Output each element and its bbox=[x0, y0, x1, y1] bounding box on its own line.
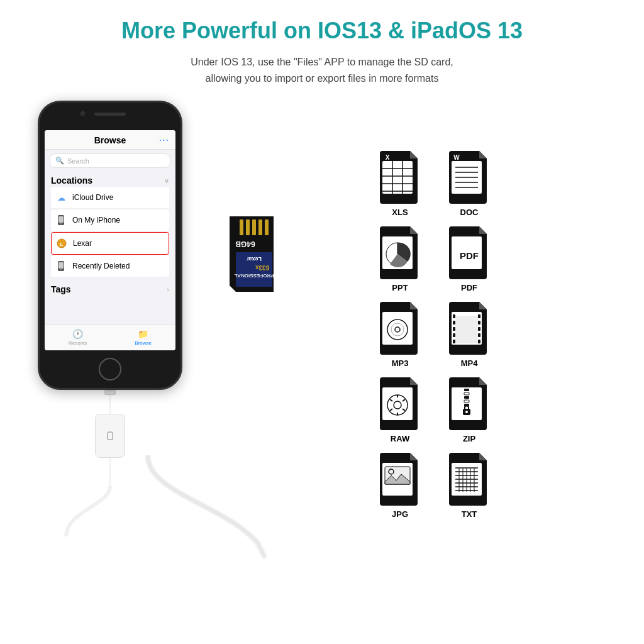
locations-heading: Locations bbox=[51, 175, 92, 186]
phone-camera bbox=[80, 111, 85, 116]
svg-rect-45 bbox=[453, 321, 455, 325]
svg-rect-49 bbox=[478, 314, 480, 318]
svg-text:X: X bbox=[386, 154, 390, 161]
doc-icon-item: W DOC bbox=[447, 151, 492, 217]
svg-rect-50 bbox=[478, 321, 480, 325]
tags-heading: Tags bbox=[51, 284, 71, 294]
files-nav-bar: Browse ··· bbox=[45, 130, 175, 150]
on-my-iphone-item[interactable]: On My iPhone bbox=[51, 209, 169, 231]
home-button[interactable] bbox=[99, 358, 121, 380]
svg-text:Lexar: Lexar bbox=[247, 256, 262, 262]
svg-rect-10 bbox=[258, 219, 262, 235]
svg-rect-54 bbox=[455, 316, 478, 343]
svg-text:W: W bbox=[453, 154, 460, 161]
svg-point-7 bbox=[60, 269, 62, 270]
icloud-drive-item[interactable]: ☁ iCloud Drive bbox=[51, 187, 169, 209]
recently-deleted-label: Recently Deleted bbox=[72, 262, 130, 270]
icloud-label: iCloud Drive bbox=[72, 193, 113, 202]
xls-icon-svg: X bbox=[377, 151, 423, 204]
subtitle-line2: allowing you to import or export files i… bbox=[0, 70, 644, 87]
svg-rect-1 bbox=[58, 216, 64, 223]
iphone-icon bbox=[55, 214, 67, 226]
phone-speaker bbox=[94, 113, 126, 116]
jpg-icon-item: JPG bbox=[377, 453, 423, 519]
locations-chevron: ∨ bbox=[164, 177, 169, 185]
ppt-icon-item: PPT bbox=[377, 226, 423, 292]
main-title: More Powerful on IOS13 & iPadOS 13 bbox=[0, 0, 644, 54]
tags-chevron: › bbox=[167, 286, 169, 293]
files-nav-dots[interactable]: ··· bbox=[159, 135, 169, 146]
subtitle-line1: Under IOS 13, use the "Files" APP to man… bbox=[0, 54, 644, 70]
files-nav-title: Browse bbox=[94, 135, 126, 145]
lightning-cable bbox=[38, 390, 182, 536]
svg-rect-9 bbox=[265, 219, 269, 235]
svg-text:64GB: 64GB bbox=[235, 240, 255, 248]
svg-text:PROFESSIONAL: PROFESSIONAL bbox=[234, 273, 274, 279]
svg-rect-52 bbox=[478, 333, 480, 337]
svg-rect-51 bbox=[478, 327, 480, 331]
phone-mockup: Browse ··· 🔍 Search Locations ∨ ☁ iCloud… bbox=[38, 101, 182, 536]
svg-rect-44 bbox=[453, 314, 455, 318]
tab-recents[interactable]: 🕐 Recents bbox=[69, 329, 87, 346]
raw-icon-item: RAW bbox=[377, 377, 423, 443]
lexar-label: Lexar bbox=[73, 239, 92, 248]
svg-rect-19 bbox=[382, 161, 413, 194]
svg-rect-47 bbox=[453, 333, 455, 337]
icloud-icon: ☁ bbox=[55, 191, 67, 204]
svg-rect-48 bbox=[453, 340, 455, 343]
svg-rect-67 bbox=[464, 396, 469, 399]
txt-icon-item: TXT bbox=[447, 453, 492, 519]
recents-label: Recents bbox=[69, 340, 87, 346]
svg-rect-13 bbox=[240, 219, 243, 235]
svg-point-2 bbox=[60, 223, 62, 225]
lexar-item[interactable]: L Lexar bbox=[51, 232, 169, 255]
svg-rect-65 bbox=[464, 389, 469, 391]
svg-text:L: L bbox=[60, 242, 64, 247]
tab-browse[interactable]: 📁 Browse bbox=[135, 329, 152, 346]
svg-rect-53 bbox=[478, 340, 480, 343]
mp4-icon-item: MP4 bbox=[447, 302, 492, 368]
lexar-icon: L bbox=[55, 237, 68, 250]
svg-rect-6 bbox=[58, 262, 64, 269]
search-placeholder-text: Search bbox=[67, 157, 89, 165]
recents-icon: 🕐 bbox=[72, 329, 83, 339]
browse-icon: 📁 bbox=[138, 329, 148, 339]
svg-rect-66 bbox=[464, 392, 469, 395]
svg-rect-46 bbox=[453, 327, 455, 331]
svg-text:PDF: PDF bbox=[460, 250, 479, 261]
svg-rect-8 bbox=[108, 432, 113, 440]
recently-deleted-item[interactable]: Recently Deleted bbox=[51, 255, 169, 277]
pdf-icon-item: PDF PDF bbox=[447, 226, 492, 292]
svg-rect-68 bbox=[464, 400, 469, 402]
search-icon: 🔍 bbox=[55, 157, 64, 165]
browse-label: Browse bbox=[135, 340, 152, 346]
sd-card: PROFESSIONAL 633x Lexar 64GB bbox=[223, 214, 280, 292]
mp3-icon-item: MP3 bbox=[377, 302, 423, 368]
zip-icon-item: ZIP bbox=[447, 377, 492, 443]
svg-rect-12 bbox=[246, 219, 250, 235]
on-my-iphone-label: On My iPhone bbox=[72, 216, 120, 225]
subtitle: Under IOS 13, use the "Files" APP to man… bbox=[0, 54, 644, 86]
svg-text:633x: 633x bbox=[255, 264, 269, 271]
trash-icon bbox=[55, 260, 67, 272]
xls-icon-item: X XLS bbox=[377, 151, 423, 217]
svg-point-71 bbox=[465, 411, 468, 413]
svg-rect-11 bbox=[252, 219, 256, 235]
card-reader-adapter bbox=[95, 414, 125, 458]
search-bar[interactable]: 🔍 Search bbox=[50, 153, 170, 168]
